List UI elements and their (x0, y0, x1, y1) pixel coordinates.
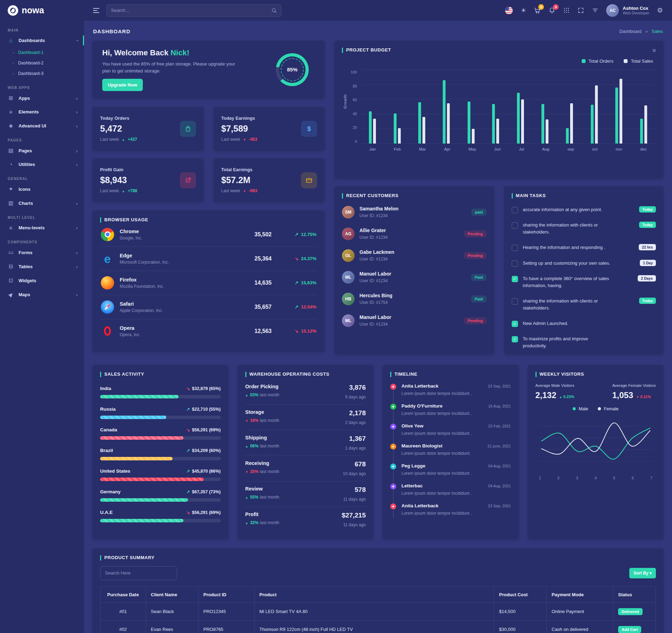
upgrade-button[interactable]: Upgrade Now (102, 79, 143, 91)
sales-row-united-states: United States ↗$45,870 (86%) (100, 465, 221, 485)
sidebar-item-apps[interactable]: ⊞Apps› (0, 91, 84, 105)
cell-status: Add Cart (613, 620, 656, 633)
user-menu[interactable]: AC Ashton Cox Web Developer (606, 4, 649, 17)
timeline-date: 16 Aug, 2021 (488, 404, 511, 408)
chevron-right-icon: › (76, 109, 78, 115)
cost-ago: 5 days ago (345, 395, 366, 399)
trend-down-icon: ↘ (186, 386, 190, 391)
sidebar-item-maps[interactable]: ▶Maps› (0, 287, 84, 301)
global-search (106, 4, 281, 17)
card-menu-icon[interactable]: ≡ (652, 48, 656, 54)
x-label: 3 (576, 476, 578, 480)
settings-gear-icon[interactable]: ⚙ (657, 6, 663, 14)
task-checkbox[interactable] (512, 207, 518, 213)
customer-row: AG Allie GraterUser ID: #1234 Pending (342, 223, 486, 245)
timeline-card: TIMELINE Anita Letterback23 Sep, 2021 Lo… (383, 365, 519, 539)
sales-row-canada: Canada ↘$56,291 (69%) (100, 423, 221, 444)
task-checkbox[interactable]: ✓ (512, 321, 518, 327)
trend-up-icon: ▲ (122, 138, 125, 141)
sidebar-item-menu-levels[interactable]: ≡Menu-levels› (0, 221, 84, 235)
cart-icon[interactable]: 5 (534, 7, 541, 14)
timeline-item: Paddy O'Furniture16 Aug, 2021 Lorem ipsu… (390, 403, 511, 423)
sidebar-item-widgets[interactable]: ⊡Widgets (0, 273, 84, 287)
breadcrumb-root[interactable]: Dashboard (619, 29, 642, 34)
task-text: sharing the information with clients or … (523, 298, 611, 312)
stat-delta: +788 (128, 188, 137, 193)
sidebar-item-label: Icons (19, 187, 30, 192)
sidebar-item-forms[interactable]: ▭Forms› (0, 245, 84, 259)
firefox-icon (101, 276, 114, 290)
search-input[interactable] (111, 8, 268, 13)
notifications-bell-icon[interactable]: 6 (548, 7, 555, 14)
sidebar-item-elements[interactable]: ≡Elements› (0, 105, 84, 119)
stat-label: Profit Gain (100, 167, 137, 172)
customer-avatar: HB (342, 293, 355, 305)
status-badge[interactable]: Add Cart (618, 626, 641, 633)
task-checkbox[interactable] (512, 298, 518, 305)
timeline-name: Olive Yew (401, 423, 424, 429)
timeline-date: 23 Feb, 2021 (488, 424, 511, 428)
browser-row-firefox: FirefoxMozilla Foundation, Inc. 14,635 ↗… (100, 271, 317, 295)
sidebar-subitem-dashboard-1[interactable]: ○Dashboard-1 (0, 47, 84, 58)
sidebar-subitem-dashboard-2[interactable]: ○Dashboard-2 (0, 58, 84, 68)
sidebar-item-tables[interactable]: ⊟Tables› (0, 259, 84, 273)
sort-by-button[interactable]: Sort By ▾ (629, 568, 656, 578)
country-label: U.A.E (100, 510, 113, 515)
browser-trend: ↘15.12% (277, 328, 316, 334)
sidebar-item-advanced-ui[interactable]: ◈Advanced UI› (0, 119, 84, 133)
task-text: To maximize profits and improve producti… (523, 335, 611, 349)
task-checkbox[interactable] (512, 260, 518, 267)
task-checkbox[interactable] (512, 222, 518, 229)
timeline-name: Letterbac (401, 483, 423, 488)
browser-company: Google, Inc. (120, 236, 142, 241)
status-badge[interactable]: Delivered (618, 608, 643, 615)
browser-value: 35,657 (254, 304, 272, 310)
cart-badge: 5 (538, 4, 544, 10)
browser-value: 25,364 (254, 256, 272, 262)
storage-progress-value: 85% (287, 67, 298, 72)
brand-logo[interactable]: nowa (0, 0, 84, 21)
timeline-title: TIMELINE (390, 372, 511, 377)
x-label: 1 (539, 476, 541, 480)
search-icon[interactable] (271, 8, 277, 13)
safari-icon (101, 300, 114, 314)
chevron-down-icon: ▾ (650, 571, 652, 576)
task-checkbox[interactable]: ✓ (512, 336, 518, 342)
timeline-dot-icon (390, 424, 396, 430)
budget-legend: Total OrdersTotal Sales (342, 58, 653, 64)
status-badge: Pending (464, 252, 486, 259)
bar-total-orders-mar (418, 102, 421, 144)
cost-ago: 11 days ago (343, 497, 366, 502)
stat-card-today-orders: Today Orders 5,472 Last week▲+427 (92, 107, 204, 151)
filter-icon[interactable] (592, 7, 598, 14)
customer-user-id: User ID: #1234 (359, 278, 391, 283)
timeline-dot-icon (390, 404, 396, 410)
sidebar-item-icons[interactable]: ✦Icons (0, 182, 84, 196)
stat-card-total-earnings: Total Earnings $57.2M Last week▼-693 (214, 158, 325, 202)
apps-grid-icon[interactable] (563, 7, 570, 14)
weekly-visitors-card: WEEKLY VISITORS Average Male Visitors 2,… (528, 365, 664, 539)
bar-total-orders-nov (615, 88, 618, 144)
trend-down-icon: ▼ (245, 419, 248, 423)
fullscreen-icon[interactable] (578, 7, 584, 14)
cost-name: Order Picking (245, 384, 279, 389)
chevron-right-icon: › (76, 95, 78, 101)
sidebar-subitem-label: Dashboard-1 (18, 50, 43, 55)
progress-bar (100, 519, 183, 522)
sidebar-item-charts[interactable]: ▥Charts› (0, 196, 84, 210)
progress-bar (100, 395, 178, 398)
cost-value: 3,876 (345, 384, 366, 391)
cell-client-name: Sean Black (146, 603, 198, 620)
cell-product-cost: $30,000 (494, 620, 547, 633)
task-checkbox[interactable] (512, 245, 518, 251)
sidebar-item-dashboards[interactable]: ⌂Dashboards› (0, 34, 84, 47)
language-flag-icon[interactable] (505, 7, 513, 14)
sidebar-item-utilities[interactable]: ◔Utilities› (0, 158, 84, 171)
table-row: #01 Sean Black PRO12345 Mi LED Smart TV … (100, 603, 656, 620)
menu-toggle-icon[interactable] (93, 8, 99, 13)
sidebar-item-pages[interactable]: ▤Pages› (0, 144, 84, 158)
theme-toggle-icon[interactable]: ☀ (520, 7, 526, 14)
product-search-input[interactable] (100, 566, 177, 580)
sidebar-subitem-dashboard-3[interactable]: ○Dashboard-3 (0, 68, 84, 79)
task-checkbox[interactable]: ✓ (512, 276, 518, 282)
